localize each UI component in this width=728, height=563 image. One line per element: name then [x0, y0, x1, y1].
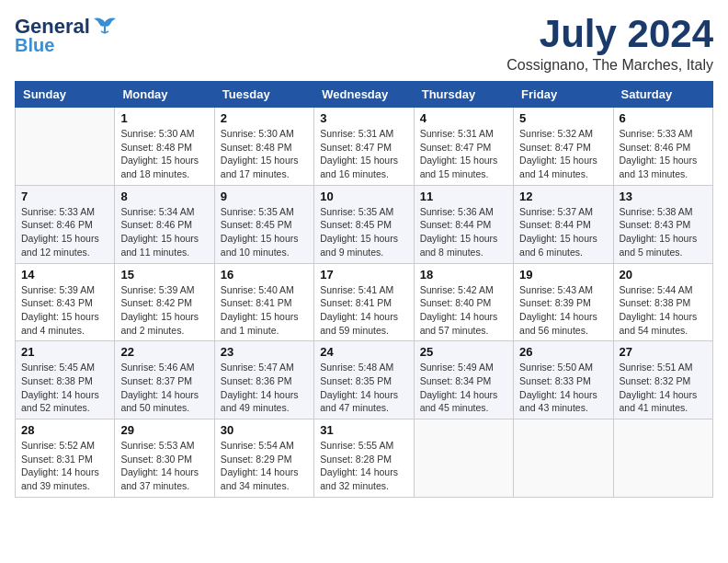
calendar-cell-w5-d1: 28Sunrise: 5:52 AM Sunset: 8:31 PM Dayli… — [16, 419, 115, 498]
day-number: 4 — [420, 111, 507, 125]
day-number: 15 — [120, 268, 208, 282]
header-saturday: Saturday — [613, 82, 712, 108]
calendar-cell-w5-d6 — [514, 419, 613, 498]
calendar-cell-w2-d5: 11Sunrise: 5:36 AM Sunset: 8:44 PM Dayli… — [414, 185, 513, 263]
week-row-5: 28Sunrise: 5:52 AM Sunset: 8:31 PM Dayli… — [16, 419, 713, 498]
calendar-cell-w3-d5: 18Sunrise: 5:42 AM Sunset: 8:40 PM Dayli… — [414, 263, 513, 341]
day-number: 5 — [519, 111, 607, 125]
calendar-cell-w2-d1: 7Sunrise: 5:33 AM Sunset: 8:46 PM Daylig… — [16, 185, 115, 263]
calendar-cell-w5-d3: 30Sunrise: 5:54 AM Sunset: 8:29 PM Dayli… — [214, 419, 313, 498]
day-number: 25 — [420, 345, 507, 359]
day-info: Sunrise: 5:46 AM Sunset: 8:37 PM Dayligh… — [120, 361, 208, 415]
header-monday: Monday — [115, 82, 214, 108]
day-info: Sunrise: 5:33 AM Sunset: 8:46 PM Dayligh… — [21, 205, 108, 259]
day-info: Sunrise: 5:49 AM Sunset: 8:34 PM Dayligh… — [420, 361, 507, 415]
day-info: Sunrise: 5:31 AM Sunset: 8:47 PM Dayligh… — [320, 127, 407, 181]
day-number: 23 — [221, 345, 308, 359]
calendar-cell-w3-d3: 16Sunrise: 5:40 AM Sunset: 8:41 PM Dayli… — [214, 263, 313, 341]
day-number: 20 — [620, 268, 707, 282]
day-number: 3 — [320, 111, 407, 125]
month-title: July 2024 — [506, 15, 713, 53]
day-number: 11 — [420, 190, 507, 203]
calendar-cell-w4-d6: 26Sunrise: 5:50 AM Sunset: 8:33 PM Dayli… — [514, 341, 613, 419]
day-info: Sunrise: 5:30 AM Sunset: 8:48 PM Dayligh… — [120, 127, 208, 181]
header-wednesday: Wednesday — [314, 82, 414, 108]
logo-bird-icon — [92, 15, 118, 35]
calendar-cell-w4-d1: 21Sunrise: 5:45 AM Sunset: 8:38 PM Dayli… — [16, 341, 115, 419]
day-number: 31 — [320, 423, 407, 437]
day-number: 8 — [120, 190, 208, 203]
day-info: Sunrise: 5:35 AM Sunset: 8:45 PM Dayligh… — [320, 205, 407, 259]
day-info: Sunrise: 5:32 AM Sunset: 8:47 PM Dayligh… — [519, 127, 607, 181]
day-info: Sunrise: 5:38 AM Sunset: 8:43 PM Dayligh… — [620, 205, 707, 259]
calendar-cell-w3-d4: 17Sunrise: 5:41 AM Sunset: 8:41 PM Dayli… — [314, 263, 414, 341]
calendar-cell-w4-d2: 22Sunrise: 5:46 AM Sunset: 8:37 PM Dayli… — [115, 341, 214, 419]
day-info: Sunrise: 5:34 AM Sunset: 8:46 PM Dayligh… — [120, 205, 208, 259]
day-info: Sunrise: 5:31 AM Sunset: 8:47 PM Dayligh… — [420, 127, 507, 181]
header-thursday: Thursday — [414, 82, 513, 108]
day-info: Sunrise: 5:47 AM Sunset: 8:36 PM Dayligh… — [221, 361, 308, 415]
day-info: Sunrise: 5:48 AM Sunset: 8:35 PM Dayligh… — [320, 361, 407, 415]
day-number: 28 — [21, 423, 108, 437]
calendar-cell-w3-d6: 19Sunrise: 5:43 AM Sunset: 8:39 PM Dayli… — [514, 263, 613, 341]
calendar-cell-w2-d3: 9Sunrise: 5:35 AM Sunset: 8:45 PM Daylig… — [214, 185, 313, 263]
day-info: Sunrise: 5:52 AM Sunset: 8:31 PM Dayligh… — [21, 439, 108, 493]
day-info: Sunrise: 5:55 AM Sunset: 8:28 PM Dayligh… — [320, 439, 407, 493]
calendar-cell-w4-d3: 23Sunrise: 5:47 AM Sunset: 8:36 PM Dayli… — [214, 341, 313, 419]
header-friday: Friday — [514, 82, 613, 108]
day-number: 21 — [21, 345, 108, 359]
calendar-cell-w1-d1 — [16, 108, 115, 186]
day-number: 10 — [320, 190, 407, 203]
weekday-header-row: Sunday Monday Tuesday Wednesday Thursday… — [16, 82, 713, 108]
day-number: 9 — [221, 190, 308, 203]
calendar-table: Sunday Monday Tuesday Wednesday Thursday… — [15, 81, 713, 498]
calendar-cell-w3-d2: 15Sunrise: 5:39 AM Sunset: 8:42 PM Dayli… — [115, 263, 214, 341]
calendar-cell-w5-d4: 31Sunrise: 5:55 AM Sunset: 8:28 PM Dayli… — [314, 419, 414, 498]
day-number: 13 — [620, 190, 707, 203]
week-row-2: 7Sunrise: 5:33 AM Sunset: 8:46 PM Daylig… — [16, 185, 713, 263]
day-number: 24 — [320, 345, 407, 359]
day-info: Sunrise: 5:33 AM Sunset: 8:46 PM Dayligh… — [620, 127, 707, 181]
calendar-cell-w1-d2: 1Sunrise: 5:30 AM Sunset: 8:48 PM Daylig… — [115, 108, 214, 186]
day-info: Sunrise: 5:44 AM Sunset: 8:38 PM Dayligh… — [620, 283, 707, 338]
calendar-cell-w2-d7: 13Sunrise: 5:38 AM Sunset: 8:43 PM Dayli… — [613, 185, 712, 263]
title-area: July 2024 Cossignano, The Marches, Italy — [506, 15, 713, 74]
day-info: Sunrise: 5:37 AM Sunset: 8:44 PM Dayligh… — [519, 205, 607, 259]
day-number: 2 — [221, 111, 308, 125]
day-info: Sunrise: 5:54 AM Sunset: 8:29 PM Dayligh… — [221, 439, 308, 493]
calendar-cell-w2-d2: 8Sunrise: 5:34 AM Sunset: 8:46 PM Daylig… — [115, 185, 214, 263]
day-number: 12 — [519, 190, 607, 203]
week-row-4: 21Sunrise: 5:45 AM Sunset: 8:38 PM Dayli… — [16, 341, 713, 419]
logo-blue: Blue — [15, 35, 54, 56]
calendar-cell-w5-d2: 29Sunrise: 5:53 AM Sunset: 8:30 PM Dayli… — [115, 419, 214, 498]
day-info: Sunrise: 5:36 AM Sunset: 8:44 PM Dayligh… — [420, 205, 507, 259]
calendar-cell-w5-d5 — [414, 419, 513, 498]
location: Cossignano, The Marches, Italy — [506, 57, 713, 74]
header-sunday: Sunday — [16, 82, 115, 108]
calendar-cell-w2-d6: 12Sunrise: 5:37 AM Sunset: 8:44 PM Dayli… — [514, 185, 613, 263]
calendar-cell-w1-d4: 3Sunrise: 5:31 AM Sunset: 8:47 PM Daylig… — [314, 108, 414, 186]
day-number: 27 — [620, 345, 707, 359]
day-info: Sunrise: 5:40 AM Sunset: 8:41 PM Dayligh… — [221, 283, 308, 338]
day-number: 17 — [320, 268, 407, 282]
day-info: Sunrise: 5:30 AM Sunset: 8:48 PM Dayligh… — [221, 127, 308, 181]
day-number: 14 — [21, 268, 108, 282]
calendar-cell-w3-d1: 14Sunrise: 5:39 AM Sunset: 8:43 PM Dayli… — [16, 263, 115, 341]
day-info: Sunrise: 5:42 AM Sunset: 8:40 PM Dayligh… — [420, 283, 507, 338]
week-row-1: 1Sunrise: 5:30 AM Sunset: 8:48 PM Daylig… — [16, 108, 713, 186]
day-number: 30 — [221, 423, 308, 437]
calendar-cell-w1-d7: 6Sunrise: 5:33 AM Sunset: 8:46 PM Daylig… — [613, 108, 712, 186]
day-number: 26 — [519, 345, 607, 359]
week-row-3: 14Sunrise: 5:39 AM Sunset: 8:43 PM Dayli… — [16, 263, 713, 341]
day-info: Sunrise: 5:41 AM Sunset: 8:41 PM Dayligh… — [320, 283, 407, 338]
calendar-cell-w4-d5: 25Sunrise: 5:49 AM Sunset: 8:34 PM Dayli… — [414, 341, 513, 419]
day-info: Sunrise: 5:39 AM Sunset: 8:42 PM Dayligh… — [120, 283, 208, 338]
calendar-cell-w4-d7: 27Sunrise: 5:51 AM Sunset: 8:32 PM Dayli… — [613, 341, 712, 419]
page-header: General Blue July 2024 Cossignano, The M… — [15, 15, 713, 74]
day-info: Sunrise: 5:39 AM Sunset: 8:43 PM Dayligh… — [21, 283, 108, 338]
day-number: 7 — [21, 190, 108, 203]
calendar-cell-w3-d7: 20Sunrise: 5:44 AM Sunset: 8:38 PM Dayli… — [613, 263, 712, 341]
day-info: Sunrise: 5:35 AM Sunset: 8:45 PM Dayligh… — [221, 205, 308, 259]
calendar-cell-w4-d4: 24Sunrise: 5:48 AM Sunset: 8:35 PM Dayli… — [314, 341, 414, 419]
calendar-cell-w5-d7 — [613, 419, 712, 498]
